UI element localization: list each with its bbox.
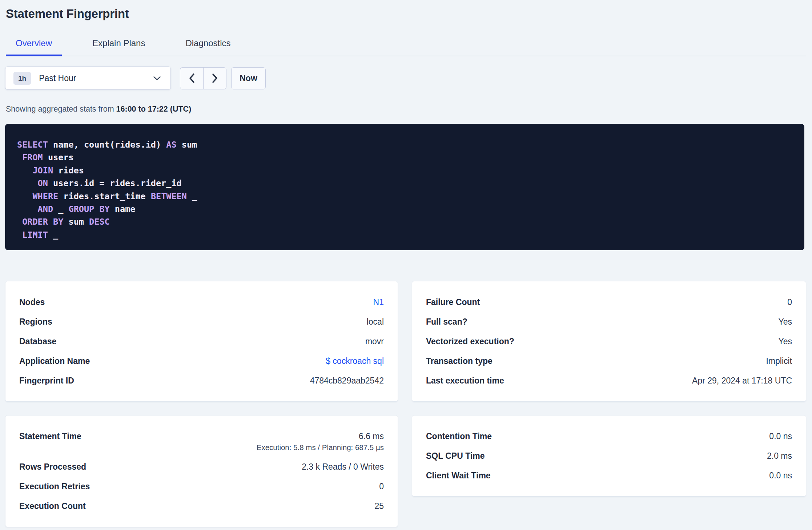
sql-keyword: ORDER BY [22,217,63,227]
nodes-link[interactable]: N1 [373,297,384,307]
chevron-right-icon [212,73,218,83]
sql-keyword: AS [166,140,176,150]
chevron-left-icon [189,73,195,83]
card-row: Vectorized execution?Yes [426,332,792,351]
sql-code-line: WHERE rides.start_time BETWEEN _ [17,190,793,203]
now-button[interactable]: Now [231,67,266,89]
sql-text [17,165,32,176]
card-row-value: Apr 29, 2024 at 17:18 UTC [692,376,792,385]
card-row-value-group: 0.0 ns [769,471,792,480]
chevron-down-icon [153,76,161,81]
card-row: Failure Count0 [426,292,792,312]
tab-overview[interactable]: Overview [6,38,62,56]
card-row-value: 0.0 ns [769,431,792,441]
sql-text: _ [53,204,68,214]
card-row-label: Execution Retries [19,482,90,491]
sql-keyword: WHERE [32,191,58,201]
next-time-button[interactable] [203,68,226,89]
sql-text: rides.start_time [58,191,151,201]
card-row-label: Regions [19,317,52,326]
sql-text [17,191,32,201]
sql-keyword: LIMIT [22,230,48,240]
card-row-value: Yes [778,337,792,346]
sql-keyword: SELECT [17,140,48,150]
card-row-label: Rows Processed [19,462,86,471]
card-row-value-group: N1 [373,297,384,307]
application-name-link[interactable]: $ cockroach sql [326,356,384,366]
card-row: Rows Processed2.3 k Reads / 0 Writes [19,457,384,477]
stats-caption-range: 16:00 to 17:22 (UTC) [116,105,192,113]
card-row-value-group: $ cockroach sql [326,356,384,366]
sql-text: users [43,152,74,162]
sql-code-line: ORDER BY sum DESC [17,216,793,228]
card-row-value-group: 6.6 msExecution: 5.8 ms / Planning: 687.… [257,431,384,452]
card-row: NodesN1 [19,292,384,312]
sql-text: rides [53,165,84,176]
card-row-value: 0.0 ns [769,471,792,480]
sql-text: sum [63,217,89,227]
card-row-value-group: movr [365,337,384,346]
time-range-dropdown[interactable]: 1h Past Hour [5,67,171,90]
card-row-value-group: 2.0 ms [767,451,792,461]
card-row-value-group: 2.3 k Reads / 0 Writes [302,462,384,471]
card-row-label: Execution Count [19,501,86,511]
card-row-label: Fingerprint ID [19,376,74,385]
card-row: Contention Time0.0 ns [426,426,792,446]
card-row: Client Wait Time0.0 ns [426,466,792,485]
card-row-value-group: 0 [379,482,384,491]
card-row: Execution Retries0 [19,477,384,496]
card-row-value: movr [365,337,384,346]
time-controls: 1h Past Hour [5,67,806,90]
statement-fingerprint-page: Statement Fingerprint Overview Explain P… [0,0,812,530]
card-row-value: 0 [787,297,792,307]
card-row-label: SQL CPU Time [426,451,485,461]
card-row-value-group: 4784cb829aab2542 [310,376,384,385]
sql-code-line: FROM users [17,151,793,164]
card-row-label: Contention Time [426,431,492,441]
sql-text: _ [187,191,197,201]
sql-keyword: AND [38,204,53,214]
card-row-value: 6.6 ms [257,431,384,441]
time-range-label: Past Hour [39,73,153,83]
card-row: Execution Count25 [19,496,384,516]
card-row: Application Name$ cockroach sql [19,351,384,371]
card-row-value: Implicit [766,356,792,366]
sql-code-line: AND _ GROUP BY name [17,203,793,216]
card-row-label: Client Wait Time [426,471,491,480]
tab-bar: Overview Explain Plans Diagnostics [5,38,806,56]
sql-keyword: BETWEEN [151,191,187,201]
card-row: Statement Time6.6 msExecution: 5.8 ms / … [19,426,384,457]
previous-time-button[interactable] [180,68,203,89]
card-row: Transaction typeImplicit [426,351,792,371]
time-step-buttons [180,67,226,89]
card-row-label: Last execution time [426,376,504,385]
card-row: Full scan?Yes [426,312,792,332]
stats-caption-prefix: Showing aggregated stats from [6,105,116,113]
sql-text: name [110,204,136,214]
sql-code-line: JOIN rides [17,164,793,177]
overview-details-card: NodesN1RegionslocalDatabasemovrApplicati… [5,281,398,402]
card-row: Fingerprint ID4784cb829aab2542 [19,371,384,390]
sql-text [17,152,22,162]
sql-keyword: FROM [22,152,43,162]
sql-text: sum [177,140,197,150]
card-row-value: 4784cb829aab2542 [310,376,384,385]
card-row-value-group: local [367,317,384,326]
card-row-value: 2.3 k Reads / 0 Writes [302,462,384,471]
card-row-label: Nodes [19,297,45,307]
sql-text: users.id = rides.rider_id [48,178,182,188]
tab-diagnostics[interactable]: Diagnostics [176,38,240,56]
card-row-value: local [367,317,384,326]
sql-code-line: SELECT name, count(rides.id) AS sum [17,138,793,151]
tab-explain-plans[interactable]: Explain Plans [83,38,155,56]
sql-text: name, count(rides.id) [48,140,166,150]
card-row-label: Full scan? [426,317,467,326]
card-row-value-group: Apr 29, 2024 at 17:18 UTC [692,376,792,385]
card-row-value: 0 [379,482,384,491]
sql-text [17,178,38,188]
card-row-label: Database [19,337,56,346]
sql-statement-box: SELECT name, count(rides.id) AS sum FROM… [5,124,804,250]
sql-text [17,230,22,240]
time-range-badge: 1h [13,72,31,85]
execution-attributes-card: Failure Count0Full scan?YesVectorized ex… [412,281,806,402]
